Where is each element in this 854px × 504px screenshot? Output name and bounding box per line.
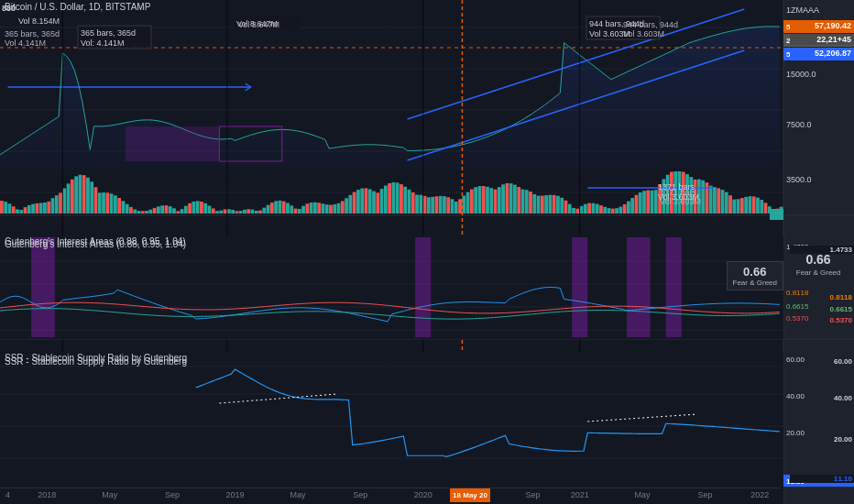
fear-greed-label: Fear & Greed bbox=[733, 279, 777, 287]
price-box-level2: 52,206.87 bbox=[790, 48, 854, 59]
chart-header: Bitcoin / U.S. Dollar, 1D, BITSTAMP bbox=[5, 2, 150, 12]
fear-greed-box: 0.66 Fear & Greed bbox=[727, 261, 783, 290]
vol-annotation-4: 944 bars, 944d bbox=[623, 20, 678, 29]
ssr-val2: 40.00 bbox=[790, 394, 854, 402]
vol-annotation-3: Vol 8.647M bbox=[238, 20, 279, 29]
bars-1371: 1371 bars bbox=[660, 188, 696, 197]
main-chart-canvas bbox=[0, 0, 854, 504]
price-box-current: 57,190.42 bbox=[790, 20, 854, 31]
fg-val3: 0.6615 bbox=[790, 305, 854, 313]
ssr-label: SSR - Stablecoin Supply Ratio by Gutenbe… bbox=[5, 353, 187, 363]
chart-title: Bitcoin / U.S. Dollar, 1D, BITSTAMP bbox=[5, 2, 150, 12]
vol-annotation-2: Vol 4.141M bbox=[5, 38, 46, 48]
vol-annotation-5: Vol 3.603M bbox=[623, 29, 664, 38]
teal-indicator bbox=[770, 209, 781, 220]
ssr-val4: 11.10 bbox=[790, 475, 854, 483]
chart-container: Bitcoin / U.S. Dollar, 1D, BITSTAMP 365 … bbox=[0, 0, 854, 504]
fear-greed-value: 0.66 bbox=[733, 265, 777, 279]
fg-val2: 0.8118 bbox=[790, 293, 854, 301]
ssr-val3: 20.00 bbox=[790, 435, 854, 444]
fg-val4: 0.5370 bbox=[790, 316, 854, 324]
ssr-val1: 60.00 bbox=[790, 357, 854, 366]
fg-val1: 1.4733 bbox=[790, 246, 854, 254]
vol-annotation-1: 365 bars, 365d bbox=[5, 29, 60, 38]
vol-annotation-6: Vol 3.603M bbox=[660, 197, 701, 206]
price-box-level1: 22,21+45 bbox=[790, 34, 854, 45]
time-axis bbox=[0, 488, 781, 504]
gutenberg-label: Gutenberg's Interest Areas (0.88, 0.95, … bbox=[5, 236, 186, 247]
